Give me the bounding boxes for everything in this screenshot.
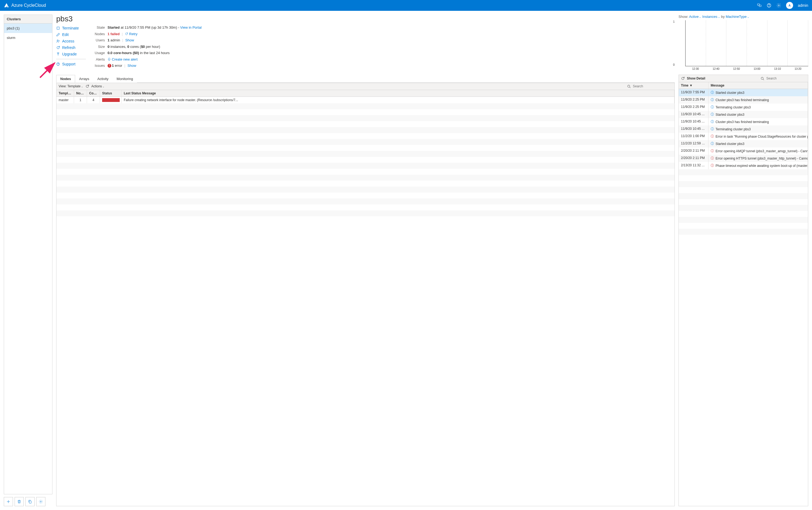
nodes-search-input[interactable]	[632, 84, 672, 89]
sidebar-item[interactable]: pbs3 (1)	[4, 24, 52, 33]
event-row[interactable]: 2/20/20 2:11 PMⓘError opening HTTPS tunn…	[679, 155, 808, 162]
col-status[interactable]: Status	[100, 90, 122, 96]
show-users-link[interactable]: Show	[125, 37, 134, 43]
tab-monitoring[interactable]: Monitoring	[112, 75, 137, 83]
chart-by-machinetype[interactable]: MachineType⌄	[726, 15, 749, 19]
events-panel: Show Detail Time ▼ Message 11/9/20 7:55 …	[679, 75, 808, 506]
app-header: Azure CycleCloud A admin	[0, 0, 812, 11]
info-icon: ⓘ	[711, 97, 714, 102]
svg-point-11	[57, 40, 58, 41]
nodes-panel: View: Template⌄ Actions⌄	[56, 83, 675, 506]
settings-button[interactable]	[36, 497, 46, 506]
svg-line-15	[630, 87, 630, 88]
upgrade-icon	[56, 52, 60, 56]
svg-line-17	[763, 79, 764, 80]
azure-icon	[4, 3, 9, 8]
nodes-tabs: NodesArraysActivityMonitoring	[56, 75, 675, 83]
search-icon	[627, 85, 631, 88]
view-dropdown[interactable]: View: Template⌄	[59, 84, 83, 88]
svg-rect-8	[29, 501, 31, 503]
col-time[interactable]: Time ▼	[679, 82, 709, 89]
info-icon: ⓘ	[711, 119, 714, 124]
delete-cluster-button[interactable]	[14, 497, 24, 506]
avatar[interactable]: A	[786, 2, 793, 9]
access-action[interactable]: Access	[56, 38, 86, 44]
svg-point-3	[769, 6, 769, 6]
retry-link[interactable]: Retry	[129, 31, 138, 37]
header-actions: A admin	[757, 2, 808, 9]
upgrade-action[interactable]: Upgrade	[56, 51, 86, 57]
info-icon: ⓘ	[711, 127, 714, 132]
event-row[interactable]: 11/9/20 10:45 AMⓘStarted cluster pbs3	[679, 111, 808, 118]
svg-point-4	[778, 5, 780, 6]
error-icon: ⓘ	[711, 149, 714, 153]
event-row[interactable]: 11/9/20 2:25 PMⓘCluster pbs3 has finishe…	[679, 96, 808, 104]
tab-arrays[interactable]: Arrays	[75, 75, 93, 83]
add-cluster-button[interactable]	[4, 497, 13, 506]
gear-icon[interactable]	[776, 3, 781, 8]
support-action[interactable]: Support	[56, 61, 86, 67]
event-row[interactable]: 11/2/20 12:59 PMⓘStarted cluster pbs3	[679, 140, 808, 147]
chart-area[interactable]	[685, 20, 808, 66]
terminate-action[interactable]: Terminate	[56, 25, 86, 31]
col-last-msg[interactable]: Last Status Message	[122, 90, 674, 96]
svg-point-16	[761, 77, 763, 79]
event-row[interactable]: 2/13/20 11:32 AMⓘPhase timeout expired w…	[679, 162, 808, 169]
feedback-icon[interactable]	[757, 3, 762, 8]
info-icon: ⓘ	[711, 141, 714, 146]
view-portal-link[interactable]: View in Portal	[180, 25, 202, 30]
col-message[interactable]: Message	[709, 82, 808, 89]
search-icon	[761, 77, 764, 80]
col-template[interactable]: Template ▲	[57, 90, 74, 96]
copy-cluster-button[interactable]	[25, 497, 35, 506]
tab-activity[interactable]: Activity	[93, 75, 112, 83]
event-row[interactable]: 11/9/20 10:45 AMⓘTerminating cluster pbs…	[679, 125, 808, 133]
event-row[interactable]: 11/2/20 1:00 PMⓘError in task "Running p…	[679, 133, 808, 140]
event-row[interactable]: 11/9/20 2:25 PMⓘTerminating cluster pbs3	[679, 104, 808, 111]
svg-point-9	[40, 501, 41, 502]
chart-tick: 13:20	[788, 67, 808, 70]
user-name[interactable]: admin	[798, 3, 808, 7]
refresh-nodes-button[interactable]	[85, 84, 89, 88]
stop-icon	[56, 26, 60, 30]
bell-icon	[108, 58, 111, 61]
error-badge-icon: !	[108, 64, 111, 67]
chart-tick: 12:30	[685, 67, 706, 70]
tab-nodes[interactable]: Nodes	[56, 75, 75, 83]
create-alert-link[interactable]: Create new alert	[112, 57, 138, 62]
sidebar-item[interactable]: slurm	[4, 33, 52, 42]
help-icon[interactable]	[766, 3, 772, 8]
svg-point-13	[58, 65, 58, 65]
pencil-icon	[56, 33, 60, 36]
event-row[interactable]: 2/20/20 2:11 PMⓘError opening AMQP tunne…	[679, 147, 808, 155]
edit-action[interactable]: Edit	[56, 31, 86, 38]
refresh-events-button[interactable]	[681, 77, 685, 81]
product-title: Azure CycleCloud	[11, 3, 46, 8]
chart-tick: 13:10	[767, 67, 788, 70]
error-icon: ⓘ	[711, 156, 714, 161]
refresh-action[interactable]: Refresh	[56, 44, 86, 51]
node-row[interactable]: master 1 4 Failure creating network inte…	[57, 97, 674, 103]
refresh-icon	[56, 46, 60, 50]
col-cores[interactable]: Cores	[87, 90, 100, 96]
event-row[interactable]: 11/9/20 10:45 AMⓘCluster pbs3 has finish…	[679, 118, 808, 125]
info-icon: ⓘ	[711, 112, 714, 117]
actions-dropdown[interactable]: Actions⌄	[91, 84, 104, 88]
product-logo[interactable]: Azure CycleCloud	[4, 3, 46, 8]
event-row[interactable]: 11/9/20 7:55 PMⓘStarted cluster pbs3	[679, 89, 808, 96]
info-icon: ⓘ	[711, 90, 714, 95]
error-icon: ⓘ	[711, 134, 714, 139]
chart-tick: 13:00	[747, 67, 767, 70]
col-nodes[interactable]: Nodes	[74, 90, 87, 96]
chart-tick: 12:50	[726, 67, 747, 70]
show-issues-link[interactable]: Show	[127, 63, 137, 68]
events-search-input[interactable]	[765, 76, 806, 81]
show-detail-button[interactable]: Show Detail	[687, 77, 705, 80]
svg-rect-10	[57, 27, 59, 29]
info-icon: ⓘ	[711, 105, 714, 110]
chart-panel: Show: Active⌄ Instances⌄ by MachineType⌄…	[679, 15, 808, 70]
clusters-sidebar: Clusters pbs3 (1)slurm	[4, 15, 53, 506]
chart-show-active[interactable]: Active⌄	[689, 15, 701, 19]
chart-show-instances[interactable]: Instances⌄	[702, 15, 720, 19]
nodes-table-head: Template ▲ Nodes Cores Status Last Statu…	[57, 90, 674, 97]
